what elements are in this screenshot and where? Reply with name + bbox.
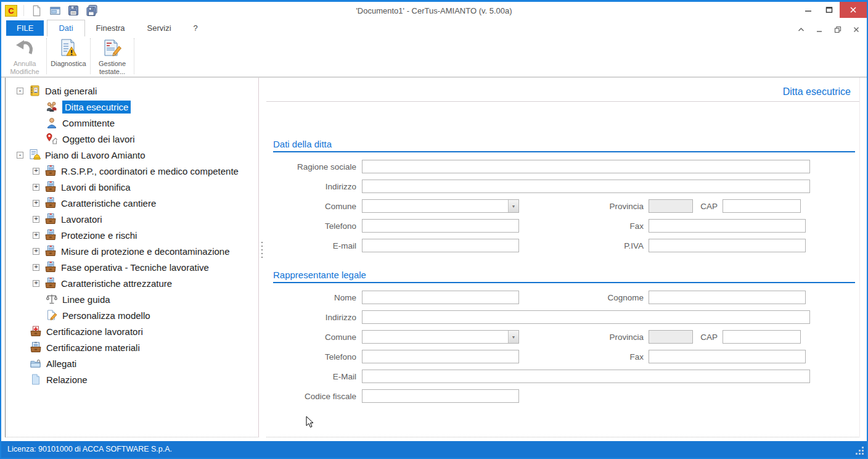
tree-item-label[interactable]: Certificazione lavoratori (46, 326, 143, 337)
tree-item-relazione[interactable]: Relazione (6, 371, 258, 387)
tree-item-label[interactable]: Caratteristiche cantiere (61, 198, 156, 209)
resize-grip-icon[interactable] (856, 447, 864, 455)
section-title-rappresentante-legale: Rappresentante legale (273, 270, 855, 283)
ragione-sociale-input[interactable] (362, 160, 810, 173)
tree-expand-icon[interactable]: + (33, 168, 39, 175)
tree-item-label[interactable]: Certificazione materiali (46, 342, 140, 353)
annulla-modifiche-button[interactable]: AnnullaModifiche (5, 36, 44, 76)
fax-legale-input[interactable] (649, 350, 806, 363)
person-icon (46, 117, 58, 129)
mdi-close-icon[interactable] (852, 26, 861, 33)
tree-item-ditta-esecutrice[interactable]: Ditta esecutrice (6, 99, 258, 115)
field-label: Cognome (519, 293, 649, 302)
tree-item-caratteristiche-attrezzature[interactable]: + Caratteristiche attrezzature (6, 275, 258, 291)
telefono-ditta-input[interactable] (362, 219, 519, 233)
nome-input[interactable] (362, 291, 519, 304)
provincia-ditta-input (649, 199, 693, 213)
tab-dati[interactable]: Dati (47, 20, 84, 36)
tree-item-certificazione-lavoratori[interactable]: Certificazione lavoratori (6, 323, 258, 339)
email-legale-input[interactable] (362, 370, 810, 383)
panel-splitter[interactable] (261, 242, 264, 259)
comune-legale-select[interactable]: ▼ (362, 330, 519, 344)
tree-item-label[interactable]: Fase operativa - Tecniche lavorative (61, 262, 209, 273)
tree-item-fase-operativa[interactable]: + Fase operativa - Tecniche lavorative (6, 259, 258, 275)
piva-input[interactable] (649, 239, 806, 252)
tree-item-rspp[interactable]: + R.S.P.P., coordinatori e medico compet… (6, 163, 258, 179)
tree-item-label[interactable]: Misure di protezione e decontaminazione (61, 246, 230, 257)
chevron-down-icon[interactable]: ▼ (508, 200, 518, 212)
mdi-minimize-icon[interactable] (815, 26, 824, 33)
email-ditta-input[interactable] (362, 239, 519, 252)
tree-item-label[interactable]: Dati generali (45, 86, 97, 96)
scales-icon (46, 293, 58, 305)
tree-collapse-icon[interactable]: - (17, 88, 23, 94)
minimize-button[interactable] (798, 2, 819, 18)
tree-item-caratteristiche-cantiere[interactable]: + Caratteristiche cantiere (6, 195, 258, 211)
tab-file[interactable]: FILE (6, 20, 44, 36)
tree-expand-icon[interactable]: + (33, 200, 39, 207)
tree-item-label-selected[interactable]: Ditta esecutrice (62, 101, 131, 114)
indirizzo-legale-input[interactable] (362, 310, 810, 324)
gestione-testate-button[interactable]: Gestionetestate... (92, 36, 132, 76)
save-all-icon[interactable] (86, 4, 98, 17)
tree-item-misure-di-protezione[interactable]: + Misure di protezione e decontaminazion… (6, 243, 258, 259)
tree-item-certificazione-materiali[interactable]: Certificazione materiali (6, 339, 258, 355)
tree-item-label[interactable]: Oggetto dei lavori (62, 134, 135, 144)
save-icon[interactable] (67, 4, 80, 17)
tree-item-committente[interactable]: Committente (6, 115, 258, 131)
report-page-icon (30, 373, 42, 386)
tree-expand-icon[interactable]: + (33, 232, 39, 239)
tab-help[interactable]: ? (182, 20, 209, 36)
tab-finestra[interactable]: Finestra (85, 20, 136, 36)
tree-item-lavoratori[interactable]: + Lavoratori (6, 211, 258, 227)
tree-item-label[interactable]: Committente (62, 118, 115, 128)
tree-item-label[interactable]: Linee guida (62, 294, 110, 305)
tree-expand-icon[interactable]: + (33, 184, 39, 191)
telefono-legale-input[interactable] (362, 350, 519, 363)
cognome-input[interactable] (649, 291, 806, 304)
tree-item-label[interactable]: Allegati (46, 358, 76, 369)
tree-item-linee-guida[interactable]: Linee guida (6, 291, 258, 307)
window-icon[interactable] (49, 4, 61, 17)
ribbon-separator (134, 38, 134, 74)
tree-item-dati-generali[interactable]: - Dati generali (6, 83, 258, 99)
indirizzo-ditta-input[interactable] (362, 180, 810, 193)
field-label: Telefono (266, 221, 362, 231)
tree-item-label[interactable]: Relazione (46, 374, 88, 385)
maximize-button[interactable] (819, 2, 840, 18)
tree-item-allegati[interactable]: Allegati (6, 355, 258, 371)
diagnostica-button[interactable]: Diagnostica (49, 36, 88, 76)
tree-item-label[interactable]: Piano di Lavoro Amianto (45, 150, 145, 160)
mdi-restore-icon[interactable] (833, 26, 842, 33)
new-document-icon[interactable] (30, 4, 43, 17)
field-label: Provincia (519, 202, 649, 211)
tree-item-piano-di-lavoro-amianto[interactable]: - Piano di Lavoro Amianto (6, 147, 258, 163)
tree-item-label[interactable]: Lavoratori (61, 214, 102, 225)
tree-item-lavori-di-bonifica[interactable]: + Lavori di bonifica (6, 179, 258, 195)
tree-item-label[interactable]: Personalizza modello (62, 310, 150, 321)
tree-collapse-icon[interactable]: - (17, 152, 23, 159)
tree-expand-icon[interactable]: + (33, 264, 39, 271)
app-logo-icon[interactable]: C (5, 5, 17, 17)
comune-ditta-select[interactable]: ▼ (362, 199, 519, 213)
chevron-down-icon[interactable]: ▼ (508, 331, 518, 343)
tree-expand-icon[interactable]: + (33, 216, 39, 223)
collapse-ribbon-icon[interactable] (796, 26, 805, 33)
cap-legale-input[interactable] (723, 330, 801, 344)
tree-item-label[interactable]: R.S.P.P., coordinatori e medico competen… (61, 166, 239, 176)
fax-ditta-input[interactable] (649, 219, 806, 233)
tree-item-protezione-e-rischi[interactable]: + Protezione e rischi (6, 227, 258, 243)
close-button[interactable] (840, 2, 867, 18)
tree-expand-icon[interactable]: + (33, 280, 39, 287)
tree-item-label[interactable]: Caratteristiche attrezzature (61, 278, 172, 289)
tree-item-oggetto-dei-lavori[interactable]: Oggetto dei lavori (6, 131, 258, 147)
tab-servizi[interactable]: Servizi (136, 20, 182, 36)
tree-expand-icon[interactable]: + (33, 248, 39, 255)
codice-fiscale-input[interactable] (362, 389, 519, 403)
mouse-cursor-icon (306, 416, 314, 429)
cap-ditta-input[interactable] (723, 199, 801, 213)
tree-item-label[interactable]: Protezione e rischi (61, 230, 137, 241)
tree-item-personalizza-modello[interactable]: Personalizza modello (6, 307, 258, 323)
clipboard-case-icon (44, 277, 57, 289)
tree-item-label[interactable]: Lavori di bonifica (61, 182, 131, 192)
